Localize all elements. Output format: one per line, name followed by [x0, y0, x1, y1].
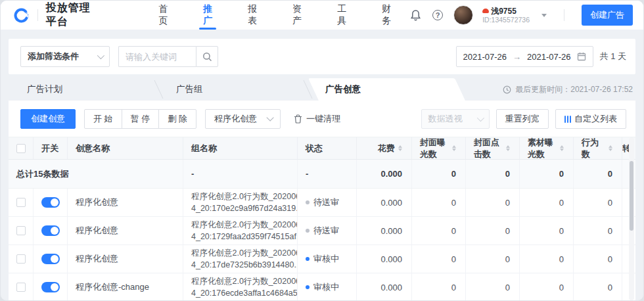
column-label: 开关	[41, 143, 58, 154]
table-row: 程序化创意程序化创意2.0行为数_20200604_20:17de7325b6b…	[9, 245, 635, 273]
creative-name-cell: 程序化创意	[68, 245, 183, 273]
tab-2[interactable]: 广告创意	[312, 78, 461, 101]
column-label: 素材曝光数	[528, 137, 557, 159]
nav-item-4[interactable]: 工具	[334, 1, 349, 30]
creative-switch-toggle[interactable]	[41, 254, 60, 264]
pause-button[interactable]: 暂 停	[122, 109, 160, 129]
creative-name[interactable]: 程序化创意	[76, 253, 118, 265]
one-click-clean-button[interactable]: 一键清理	[294, 113, 340, 125]
sort-icon[interactable]	[609, 145, 612, 152]
start-button[interactable]: 开 始	[84, 109, 122, 129]
logo-divider	[37, 9, 38, 21]
nav-item-3[interactable]: 资产	[290, 1, 304, 30]
table-row: 程序化创意程序化创意2.0行为数_20200604_20:170e2c9a9f6…	[9, 189, 635, 217]
column-header-group: 组名称	[183, 137, 298, 159]
group-name-cell: 程序化创意2.0行为数_20200604_20:170e2c9a9f67d24a…	[183, 189, 298, 216]
creative-name[interactable]: 程序化创意-change	[76, 281, 149, 293]
date-range-picker[interactable]: 2021-07-26 → 2021-07-26	[456, 46, 593, 67]
metric-actions-cell: 0	[574, 245, 622, 273]
status-badge: 审核中	[313, 253, 339, 265]
creative-switch-toggle[interactable]	[41, 282, 60, 292]
group-name-line2: 4_20:176ecde3affa1c4684a5...	[191, 288, 298, 299]
summary-material_impressions-cell: 0	[520, 160, 574, 188]
group-name-cell: 程序化创意2.0行为数_20200604_20:1729faa2d359f745…	[183, 217, 298, 244]
user-info[interactable]: 浅9755 ID:1345572736	[482, 7, 530, 24]
status-dot-icon	[306, 285, 310, 289]
search-button[interactable]	[196, 46, 218, 67]
row-checkbox-cell	[9, 217, 34, 244]
table-row: 程序化创意程序化创意2.0行为数_20200604_20:1729faa2d35…	[9, 217, 635, 245]
row-switch-cell	[34, 217, 68, 244]
pivot-dropdown: 数据透视	[421, 109, 490, 129]
nav-item-5[interactable]: 财务	[379, 1, 394, 30]
user-menu-caret-icon[interactable]	[541, 14, 547, 17]
programmatic-dropdown[interactable]: 程序化创意	[205, 109, 281, 129]
metric-actions-cell: 0	[574, 189, 622, 216]
group-name-line1: 程序化创意2.0行为数_2020060	[191, 248, 298, 259]
status-dot-icon	[306, 229, 310, 233]
date-start: 2021-07-26	[463, 52, 507, 62]
creative-name-cell: 程序化创意	[68, 189, 183, 216]
date-end: 2021-07-26	[527, 52, 571, 62]
creative-switch-toggle[interactable]	[41, 225, 60, 236]
tab-1[interactable]: 广告组	[163, 78, 312, 101]
keyword-input[interactable]	[118, 46, 196, 67]
header-checkbox-cell	[9, 137, 34, 159]
sort-icon[interactable]	[506, 145, 510, 152]
column-header-cover_impressions[interactable]: 封面曝光数	[412, 137, 466, 159]
scrollbar-thumb[interactable]	[630, 161, 633, 231]
create-creative-button[interactable]: 创建创意	[20, 109, 76, 129]
creative-switch-toggle[interactable]	[41, 197, 60, 208]
clock-icon	[503, 85, 511, 94]
group-name-line2: 4_20:170e2c9a9f67d24a319...	[191, 203, 298, 214]
summary-actions-cell: 0	[574, 160, 622, 188]
row-checkbox[interactable]	[16, 226, 26, 235]
sort-icon[interactable]	[560, 145, 564, 152]
row-checkbox[interactable]	[16, 198, 26, 207]
creative-name[interactable]: 程序化创意	[76, 225, 118, 237]
select-all-checkbox[interactable]	[16, 144, 26, 153]
chevron-down-icon	[266, 114, 273, 121]
column-header-cost[interactable]: 花费	[357, 137, 412, 159]
vertical-scrollbar[interactable]	[629, 137, 634, 300]
column-header-material_impressions[interactable]: 素材曝光数	[520, 137, 574, 159]
nav-item-1[interactable]: 推广	[200, 1, 215, 30]
group-name-cell: 程序化创意2.0行为数_20200604_20:17de7325b6b39144…	[183, 245, 298, 273]
navbar-divider	[564, 9, 564, 21]
metric-material_impressions-cell: 0	[520, 273, 574, 300]
create-ad-button[interactable]: 创建广告	[582, 5, 633, 26]
summary-cover_impressions-cell: 0	[412, 160, 466, 188]
column-label: 创意名称	[76, 143, 110, 154]
row-checkbox[interactable]	[16, 283, 26, 292]
user-avatar[interactable]	[453, 5, 473, 25]
chevron-down-icon	[476, 114, 484, 122]
summary-label: 总计15条数据	[16, 168, 68, 180]
help-icon[interactable]	[431, 9, 444, 22]
row-checkbox[interactable]	[16, 254, 26, 264]
sort-icon[interactable]	[452, 145, 456, 152]
nav-item-0[interactable]: 首页	[156, 1, 170, 30]
app-title: 投放管理平台	[46, 1, 100, 29]
custom-columns-button[interactable]: 自定义列表	[555, 109, 627, 129]
reset-column-width-button[interactable]: 重置列宽	[496, 109, 549, 129]
column-header-status: 状态	[298, 137, 357, 159]
notification-bell-icon[interactable]	[409, 9, 422, 22]
column-header-actions[interactable]: 行为数	[574, 137, 622, 159]
metric-cost-cell: 0.000	[357, 245, 412, 273]
filter-condition-select[interactable]: 添加筛选条件	[20, 46, 110, 67]
nav-item-2[interactable]: 报表	[245, 1, 260, 30]
column-label: 封面点击数	[474, 137, 503, 159]
row-checkbox-cell	[9, 273, 34, 300]
delete-button[interactable]: 删 除	[158, 109, 196, 129]
last-update: 最后更新时间：2021-07-26 17:52	[503, 78, 635, 101]
main-nav: 首页推广报表资产工具财务	[141, 1, 409, 30]
summary-group-cell: -	[183, 160, 298, 188]
column-header-cover_clicks[interactable]: 封面点击数	[466, 137, 520, 159]
ad-platform-window: 投放管理平台 首页推广报表资产工具财务 浅9755 ID:1345572736 …	[0, 0, 644, 301]
sort-icon[interactable]	[398, 145, 402, 152]
tab-0[interactable]: 广告计划	[14, 78, 163, 101]
column-label: 行为数	[582, 137, 605, 159]
creative-name[interactable]: 程序化创意	[76, 197, 118, 208]
metric-cover_impressions-cell: 0	[412, 245, 466, 273]
custom-columns-label: 自定义列表	[574, 113, 617, 125]
